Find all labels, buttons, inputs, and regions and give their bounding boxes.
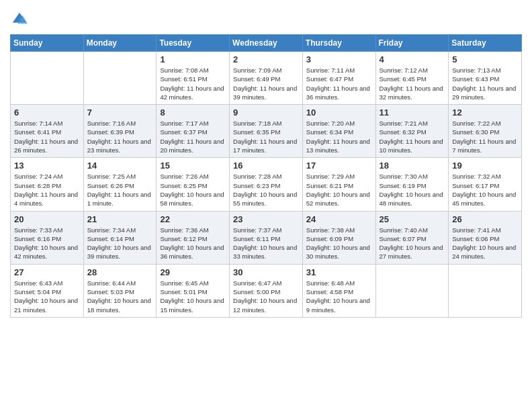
day-number: 23 <box>233 214 299 224</box>
day-info: Sunrise: 7:32 AM Sunset: 6:17 PM Dayligh… <box>452 172 518 208</box>
day-number: 22 <box>160 214 226 224</box>
day-info: Sunrise: 7:29 AM Sunset: 6:21 PM Dayligh… <box>306 172 372 208</box>
calendar-cell: 30Sunrise: 6:47 AM Sunset: 5:00 PM Dayli… <box>230 264 303 317</box>
day-info: Sunrise: 7:21 AM Sunset: 6:32 PM Dayligh… <box>380 119 445 154</box>
day-info: Sunrise: 7:37 AM Sunset: 6:11 PM Dayligh… <box>233 226 299 261</box>
calendar-cell: 6Sunrise: 7:14 AM Sunset: 6:41 PM Daylig… <box>11 105 84 158</box>
calendar-cell: 29Sunrise: 6:45 AM Sunset: 5:01 PM Dayli… <box>157 264 230 317</box>
day-info: Sunrise: 7:16 AM Sunset: 6:39 PM Dayligh… <box>87 119 153 154</box>
calendar-cell: 18Sunrise: 7:30 AM Sunset: 6:19 PM Dayli… <box>375 158 449 211</box>
day-number: 5 <box>452 54 518 64</box>
calendar-cell: 1Sunrise: 7:08 AM Sunset: 6:51 PM Daylig… <box>157 52 230 105</box>
day-info: Sunrise: 7:26 AM Sunset: 6:25 PM Dayligh… <box>160 172 226 208</box>
day-info: Sunrise: 6:47 AM Sunset: 5:00 PM Dayligh… <box>233 279 299 314</box>
calendar-cell: 22Sunrise: 7:36 AM Sunset: 6:12 PM Dayli… <box>157 211 230 264</box>
weekday-header-wednesday: Wednesday <box>230 35 303 52</box>
day-number: 9 <box>233 107 299 118</box>
weekday-header-sunday: Sunday <box>11 35 84 52</box>
calendar-week-row: 20Sunrise: 7:33 AM Sunset: 6:16 PM Dayli… <box>11 211 522 264</box>
day-info: Sunrise: 6:48 AM Sunset: 4:58 PM Dayligh… <box>306 279 372 314</box>
calendar-cell: 15Sunrise: 7:26 AM Sunset: 6:25 PM Dayli… <box>157 158 230 211</box>
day-number: 25 <box>380 214 445 224</box>
day-number: 4 <box>380 54 445 64</box>
calendar-cell: 24Sunrise: 7:38 AM Sunset: 6:09 PM Dayli… <box>302 211 375 264</box>
calendar-cell: 12Sunrise: 7:22 AM Sunset: 6:30 PM Dayli… <box>449 105 522 158</box>
calendar-cell: 9Sunrise: 7:18 AM Sunset: 6:35 PM Daylig… <box>230 105 303 158</box>
day-number: 12 <box>452 107 518 118</box>
day-number: 20 <box>14 214 80 224</box>
day-number: 31 <box>306 267 372 277</box>
calendar-table: SundayMondayTuesdayWednesdayThursdayFrid… <box>10 34 522 318</box>
day-info: Sunrise: 7:30 AM Sunset: 6:19 PM Dayligh… <box>380 172 445 208</box>
calendar-cell: 11Sunrise: 7:21 AM Sunset: 6:32 PM Dayli… <box>375 105 449 158</box>
day-info: Sunrise: 7:28 AM Sunset: 6:23 PM Dayligh… <box>233 172 299 208</box>
calendar-cell: 19Sunrise: 7:32 AM Sunset: 6:17 PM Dayli… <box>449 158 522 211</box>
day-info: Sunrise: 7:11 AM Sunset: 6:47 PM Dayligh… <box>306 66 372 101</box>
calendar-cell: 28Sunrise: 6:44 AM Sunset: 5:03 PM Dayli… <box>83 264 157 317</box>
day-number: 10 <box>306 107 372 118</box>
calendar-cell: 21Sunrise: 7:34 AM Sunset: 6:14 PM Dayli… <box>83 211 157 264</box>
day-info: Sunrise: 6:45 AM Sunset: 5:01 PM Dayligh… <box>160 279 226 314</box>
calendar-week-row: 1Sunrise: 7:08 AM Sunset: 6:51 PM Daylig… <box>11 52 522 105</box>
calendar-cell: 7Sunrise: 7:16 AM Sunset: 6:39 PM Daylig… <box>83 105 157 158</box>
header <box>10 7 522 29</box>
calendar-cell: 10Sunrise: 7:20 AM Sunset: 6:34 PM Dayli… <box>302 105 375 158</box>
day-info: Sunrise: 7:08 AM Sunset: 6:51 PM Dayligh… <box>160 66 226 101</box>
calendar-cell: 17Sunrise: 7:29 AM Sunset: 6:21 PM Dayli… <box>302 158 375 211</box>
day-number: 28 <box>87 267 153 277</box>
weekday-header-tuesday: Tuesday <box>157 35 230 52</box>
calendar-cell <box>11 52 84 105</box>
calendar-cell: 2Sunrise: 7:09 AM Sunset: 6:49 PM Daylig… <box>230 52 303 105</box>
day-info: Sunrise: 6:43 AM Sunset: 5:04 PM Dayligh… <box>14 279 80 314</box>
day-info: Sunrise: 7:09 AM Sunset: 6:49 PM Dayligh… <box>233 66 299 101</box>
day-number: 19 <box>452 161 518 171</box>
calendar-week-row: 6Sunrise: 7:14 AM Sunset: 6:41 PM Daylig… <box>11 105 522 158</box>
day-info: Sunrise: 7:25 AM Sunset: 6:26 PM Dayligh… <box>87 172 153 208</box>
calendar-cell: 3Sunrise: 7:11 AM Sunset: 6:47 PM Daylig… <box>302 52 375 105</box>
day-info: Sunrise: 7:36 AM Sunset: 6:12 PM Dayligh… <box>160 226 226 261</box>
calendar-page: SundayMondayTuesdayWednesdayThursdayFrid… <box>0 0 532 328</box>
weekday-header-monday: Monday <box>83 35 157 52</box>
day-info: Sunrise: 7:34 AM Sunset: 6:14 PM Dayligh… <box>87 226 153 261</box>
day-info: Sunrise: 7:12 AM Sunset: 6:45 PM Dayligh… <box>380 66 445 101</box>
day-number: 27 <box>14 267 80 277</box>
day-info: Sunrise: 7:13 AM Sunset: 6:43 PM Dayligh… <box>452 66 518 101</box>
day-number: 14 <box>87 161 153 171</box>
weekday-header-row: SundayMondayTuesdayWednesdayThursdayFrid… <box>11 35 522 52</box>
day-info: Sunrise: 7:18 AM Sunset: 6:35 PM Dayligh… <box>233 119 299 154</box>
day-number: 24 <box>306 214 372 224</box>
calendar-cell: 4Sunrise: 7:12 AM Sunset: 6:45 PM Daylig… <box>375 52 449 105</box>
day-number: 17 <box>306 161 372 171</box>
day-number: 29 <box>160 267 226 277</box>
day-number: 6 <box>14 107 80 118</box>
day-info: Sunrise: 7:17 AM Sunset: 6:37 PM Dayligh… <box>160 119 226 154</box>
day-info: Sunrise: 6:44 AM Sunset: 5:03 PM Dayligh… <box>87 279 153 314</box>
day-number: 11 <box>380 107 445 118</box>
day-info: Sunrise: 7:38 AM Sunset: 6:09 PM Dayligh… <box>306 226 372 261</box>
calendar-week-row: 13Sunrise: 7:24 AM Sunset: 6:28 PM Dayli… <box>11 158 522 211</box>
logo <box>10 10 30 29</box>
day-info: Sunrise: 7:33 AM Sunset: 6:16 PM Dayligh… <box>14 226 80 261</box>
calendar-cell <box>449 264 522 317</box>
weekday-header-friday: Friday <box>375 35 449 52</box>
calendar-cell: 27Sunrise: 6:43 AM Sunset: 5:04 PM Dayli… <box>11 264 84 317</box>
day-number: 26 <box>452 214 518 224</box>
calendar-week-row: 27Sunrise: 6:43 AM Sunset: 5:04 PM Dayli… <box>11 264 522 317</box>
day-info: Sunrise: 7:22 AM Sunset: 6:30 PM Dayligh… <box>452 119 518 154</box>
day-number: 1 <box>160 54 226 64</box>
calendar-cell <box>83 52 157 105</box>
logo-icon <box>10 10 29 29</box>
day-info: Sunrise: 7:24 AM Sunset: 6:28 PM Dayligh… <box>14 172 80 208</box>
calendar-cell: 5Sunrise: 7:13 AM Sunset: 6:43 PM Daylig… <box>449 52 522 105</box>
calendar-cell <box>375 264 449 317</box>
day-number: 13 <box>14 161 80 171</box>
day-number: 7 <box>87 107 153 118</box>
weekday-header-saturday: Saturday <box>449 35 522 52</box>
day-number: 2 <box>233 54 299 64</box>
calendar-cell: 14Sunrise: 7:25 AM Sunset: 6:26 PM Dayli… <box>83 158 157 211</box>
calendar-cell: 13Sunrise: 7:24 AM Sunset: 6:28 PM Dayli… <box>11 158 84 211</box>
day-number: 3 <box>306 54 372 64</box>
calendar-cell: 23Sunrise: 7:37 AM Sunset: 6:11 PM Dayli… <box>230 211 303 264</box>
calendar-cell: 16Sunrise: 7:28 AM Sunset: 6:23 PM Dayli… <box>230 158 303 211</box>
weekday-header-thursday: Thursday <box>302 35 375 52</box>
